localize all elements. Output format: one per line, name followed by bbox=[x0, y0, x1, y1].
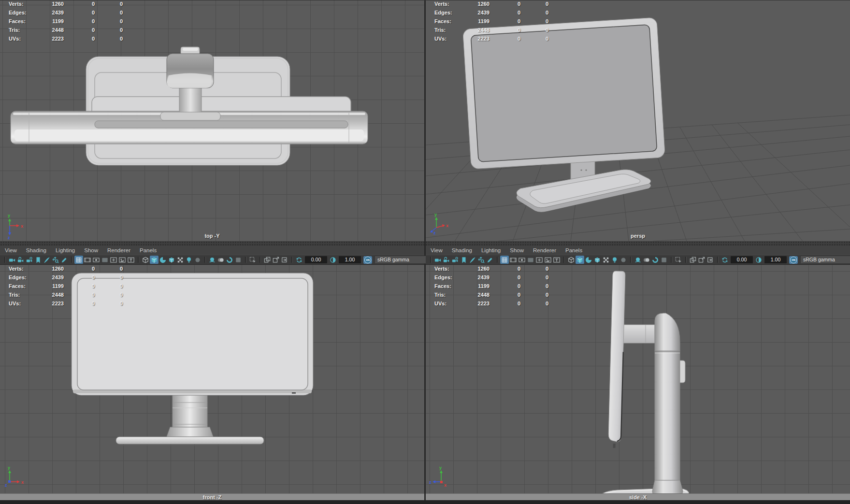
default-material-button[interactable] bbox=[602, 256, 610, 264]
menu-view[interactable]: View bbox=[431, 247, 443, 253]
toolbar-separator bbox=[71, 257, 72, 263]
hud-stat-c1: 1260 bbox=[28, 1, 64, 7]
wireframe-on-shaded-button[interactable] bbox=[593, 256, 602, 264]
menu-show[interactable]: Show bbox=[84, 247, 98, 253]
select-tool-button[interactable] bbox=[674, 256, 683, 264]
safe-action-button[interactable] bbox=[118, 256, 127, 264]
aa-samples-button[interactable] bbox=[660, 256, 668, 264]
grease-pencil-icon[interactable] bbox=[60, 256, 69, 264]
image-plane-icon[interactable] bbox=[43, 256, 51, 264]
lighting-button[interactable] bbox=[185, 256, 193, 264]
resolution-gate-button[interactable] bbox=[518, 256, 526, 264]
film-gate-button[interactable] bbox=[509, 256, 518, 264]
safe-title-button[interactable] bbox=[552, 256, 561, 264]
camera-lock-icon[interactable] bbox=[442, 256, 451, 264]
axis-gizmo: y x z bbox=[3, 465, 25, 492]
wireframe-on-shaded-button[interactable] bbox=[167, 256, 176, 264]
textured-mode-button[interactable] bbox=[584, 256, 593, 264]
image-plane-icon[interactable] bbox=[468, 256, 477, 264]
hinge-block bbox=[167, 47, 214, 88]
wireframe-mode-button[interactable] bbox=[567, 256, 576, 264]
isolate-remove-button[interactable] bbox=[280, 256, 289, 264]
film-gate-button[interactable] bbox=[83, 256, 92, 264]
menu-renderer[interactable]: Renderer bbox=[533, 247, 556, 253]
shadows-button[interactable] bbox=[619, 256, 628, 264]
gate-mask-button[interactable] bbox=[526, 256, 535, 264]
isolate-select-button[interactable] bbox=[689, 256, 697, 264]
gamma-icon[interactable] bbox=[754, 256, 763, 264]
bookmark-icon[interactable] bbox=[460, 256, 468, 264]
camera-icon[interactable] bbox=[433, 256, 442, 264]
menu-lighting[interactable]: Lighting bbox=[56, 247, 75, 253]
default-material-button[interactable] bbox=[176, 256, 185, 264]
grid-toggle-button[interactable] bbox=[74, 256, 83, 264]
ambient-occlusion-button[interactable] bbox=[208, 256, 216, 264]
textured-mode-button[interactable] bbox=[158, 256, 167, 264]
bookmark-icon[interactable] bbox=[34, 256, 43, 264]
gamma-field[interactable]: 1.00 bbox=[764, 256, 787, 263]
camera-lock-icon[interactable] bbox=[16, 256, 25, 264]
menu-renderer[interactable]: Renderer bbox=[107, 247, 130, 253]
safe-action-button[interactable] bbox=[544, 256, 552, 264]
lighting-button[interactable] bbox=[610, 256, 619, 264]
anti-aliasing-button[interactable] bbox=[225, 256, 234, 264]
resolution-gate-button[interactable] bbox=[92, 256, 101, 264]
gate-mask-button[interactable] bbox=[101, 256, 109, 264]
axis-z-label: z bbox=[429, 480, 432, 485]
camera-attributes-icon[interactable] bbox=[451, 256, 460, 264]
wireframe-mode-button[interactable] bbox=[141, 256, 150, 264]
field-chart-button[interactable] bbox=[535, 256, 544, 264]
camera-attributes-icon[interactable] bbox=[25, 256, 34, 264]
viewport-label: persp bbox=[426, 233, 850, 239]
color-management-toggle[interactable]: ON bbox=[363, 256, 372, 264]
pan-zoom-icon[interactable] bbox=[51, 256, 60, 264]
color-management-toggle[interactable]: ON bbox=[789, 256, 798, 264]
toolbar-separator bbox=[245, 257, 246, 263]
isolate-add-button[interactable] bbox=[697, 256, 706, 264]
grid-toggle-button[interactable] bbox=[500, 256, 509, 264]
motion-blur-button[interactable] bbox=[216, 256, 225, 264]
viewport-label: front -Z bbox=[0, 494, 424, 500]
menu-lighting[interactable]: Lighting bbox=[481, 247, 501, 253]
menu-panels[interactable]: Panels bbox=[140, 247, 157, 253]
exposure-field[interactable]: 0.00 bbox=[305, 256, 327, 263]
field-chart-button[interactable] bbox=[109, 256, 118, 264]
hud-stat-row: Verts:126000 bbox=[0, 1, 130, 10]
toolbar-separator bbox=[259, 257, 260, 263]
menu-view[interactable]: View bbox=[5, 247, 17, 253]
ambient-occlusion-button[interactable] bbox=[634, 256, 642, 264]
toolbar-separator bbox=[291, 257, 292, 263]
hud-stats: Verts:126000Edges:243900Faces:119900Tris… bbox=[426, 266, 556, 309]
view-transform-field[interactable]: sRGB gamma bbox=[800, 256, 850, 264]
exposure-icon[interactable] bbox=[720, 256, 729, 264]
gamma-field[interactable]: 1.00 bbox=[339, 256, 361, 263]
hud-stat-c1: 1260 bbox=[28, 266, 64, 272]
select-tool-button[interactable] bbox=[248, 256, 257, 264]
anti-aliasing-button[interactable] bbox=[651, 256, 660, 264]
menu-shading[interactable]: Shading bbox=[26, 247, 46, 253]
viewport-persp[interactable]: Verts:126000Edges:243900Faces:119900Tris… bbox=[426, 0, 850, 241]
exposure-icon[interactable] bbox=[295, 256, 303, 264]
motion-blur-button[interactable] bbox=[642, 256, 651, 264]
pan-zoom-icon[interactable] bbox=[477, 256, 486, 264]
menu-show[interactable]: Show bbox=[510, 247, 524, 253]
isolate-add-button[interactable] bbox=[272, 256, 280, 264]
aa-samples-button[interactable] bbox=[234, 256, 243, 264]
grease-pencil-icon[interactable] bbox=[486, 256, 494, 264]
menu-shading[interactable]: Shading bbox=[452, 247, 472, 253]
isolate-select-button[interactable] bbox=[263, 256, 272, 264]
shaded-mode-button[interactable] bbox=[576, 256, 584, 264]
safe-title-button[interactable] bbox=[127, 256, 135, 264]
gamma-icon[interactable] bbox=[329, 256, 337, 264]
viewport-top[interactable]: Verts:126000Edges:243900Faces:119900Tris… bbox=[0, 0, 424, 241]
isolate-remove-button[interactable] bbox=[706, 256, 715, 264]
camera-icon[interactable] bbox=[8, 256, 16, 264]
viewport-side[interactable]: Verts:126000Edges:243900Faces:119900Tris… bbox=[426, 265, 850, 500]
menu-panels[interactable]: Panels bbox=[565, 247, 582, 253]
viewport-front[interactable]: Verts:126000Edges:243900Faces:119900Tris… bbox=[0, 265, 424, 500]
hud-stat-c3: 0 bbox=[104, 10, 123, 15]
shaded-mode-button[interactable] bbox=[150, 256, 158, 264]
hud-stat-c1: 2439 bbox=[28, 10, 64, 15]
shadows-button[interactable] bbox=[193, 256, 202, 264]
exposure-field[interactable]: 0.00 bbox=[731, 256, 753, 263]
